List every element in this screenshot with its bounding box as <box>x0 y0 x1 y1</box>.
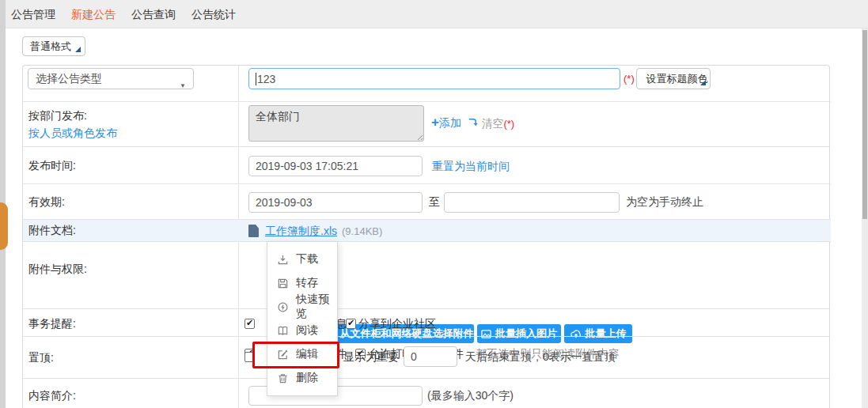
nav-tab-new[interactable]: 新建公告 <box>71 8 116 22</box>
title-input[interactable]: 123 <box>248 68 620 89</box>
validity-note: 为空为手动终止 <box>626 195 703 210</box>
download-icon <box>277 254 289 266</box>
title-color-button[interactable]: 设置标题颜色 <box>636 68 711 89</box>
attachment-file-link[interactable]: 工作簿制度.xls <box>265 225 337 239</box>
menu-item-save[interactable]: 转存 <box>267 271 337 295</box>
title-required-mark: (*) <box>624 73 635 85</box>
validity-end-input[interactable] <box>444 192 620 213</box>
nav-tab-query[interactable]: 公告查询 <box>131 8 176 22</box>
chevron-down-icon: ▼ <box>180 76 186 96</box>
validity-start-value: 2019-09-03 <box>256 196 313 209</box>
row-reminder: 事务提醒: 息 分享到企业社区 <box>23 309 831 337</box>
row-attachment: 附件文档: 工作簿制度.xls (9.14KB) <box>23 220 831 242</box>
dept-textarea-value: 全体部门 <box>256 110 300 123</box>
menu-item-read[interactable]: 阅读 <box>267 319 337 342</box>
row-pin: 置顶: 显示为重要 0 天后结束置顶，0表示一直置顶 <box>23 337 831 379</box>
reminder-label: 事务提醒: <box>28 317 76 331</box>
dept-label: 按部门发布: <box>28 109 87 123</box>
add-dept-link[interactable]: +添加 <box>431 115 461 130</box>
summary-note: (最多输入30个字) <box>427 389 514 403</box>
publish-time-label: 发布时间: <box>28 159 76 173</box>
preview-icon <box>277 301 289 313</box>
announcement-edit-page: 公告管理 新建公告 公告查询 公告统计 普通格式 选择公告类型 ▼ 123 (*… <box>0 0 868 408</box>
menu-item-edit[interactable]: 编辑 <box>267 342 337 366</box>
row-departments: 按部门发布: 按人员或角色发布 全体部门 +添加 清空(*) <box>23 102 831 147</box>
row-type-title: 选择公告类型 ▼ 123 (*) 设置标题颜色 <box>23 66 831 102</box>
validity-to-label: 至 <box>429 195 440 210</box>
publish-time-value: 2019-09-03 17:05:21 <box>256 160 358 172</box>
format-dropdown-label: 普通格式 <box>30 40 71 52</box>
announcement-type-value: 选择公告类型 <box>36 72 102 85</box>
validity-label: 有效期: <box>28 195 65 210</box>
menu-item-preview[interactable]: 快速预览 <box>267 295 337 319</box>
menu-item-save-label: 转存 <box>296 276 318 290</box>
permissions-label: 附件与权限: <box>28 263 87 277</box>
show-important-label: 显示为重要 <box>343 350 399 365</box>
pin-label: 置顶: <box>28 351 54 365</box>
corner-triangle-icon <box>75 47 81 52</box>
menu-item-delete-label: 删除 <box>296 371 318 385</box>
pin-days-input[interactable]: 0 <box>404 346 457 367</box>
pin-note: 天后结束置顶，0表示一直置顶 <box>465 350 616 365</box>
title-color-label: 设置标题颜色 <box>646 73 708 85</box>
clear-dept-link[interactable]: 清空(*) <box>468 116 514 131</box>
attachment-label: 附件文档: <box>28 224 76 238</box>
read-icon <box>277 325 289 337</box>
menu-item-delete[interactable]: 删除 <box>267 366 337 390</box>
menu-item-download-label: 下载 <box>296 252 318 266</box>
reset-time-link[interactable]: 重置为当前时间 <box>432 160 510 174</box>
resize-grip-icon[interactable] <box>415 133 423 140</box>
pin-days-value: 0 <box>411 350 417 363</box>
announcement-form: 选择公告类型 ▼ 123 (*) 设置标题颜色 按部门发布: 按人员或角色发布 … <box>22 65 830 408</box>
text-caret <box>256 73 256 85</box>
format-dropdown-button[interactable]: 普通格式 <box>22 36 85 56</box>
dept-required-mark: (*) <box>503 118 514 130</box>
share-community-checkbox[interactable] <box>346 319 356 329</box>
nav-tab-stats[interactable]: 公告统计 <box>191 8 236 22</box>
edit-icon <box>277 349 289 361</box>
menu-item-read-label: 阅读 <box>296 323 318 338</box>
side-float-tab[interactable] <box>0 202 8 250</box>
clear-dept-label: 清空 <box>481 117 503 130</box>
menu-item-preview-label: 快速预览 <box>296 293 337 321</box>
nav-tab-manage[interactable]: 公告管理 <box>11 8 55 22</box>
publish-by-people-link[interactable]: 按人员或角色发布 <box>28 127 117 141</box>
title-value: 123 <box>257 73 275 85</box>
share-community-label[interactable]: 分享到企业社区 <box>358 317 436 331</box>
save-icon <box>277 278 289 289</box>
menu-item-edit-label: 编辑 <box>296 347 318 361</box>
plus-icon: + <box>431 115 439 130</box>
row-publish-time: 发布时间: 2019-09-03 17:05:21 重置为当前时间 <box>23 147 831 184</box>
announcement-type-select[interactable]: 选择公告类型 ▼ <box>28 68 194 89</box>
validity-start-input[interactable]: 2019-09-03 <box>248 192 423 213</box>
file-icon <box>248 225 259 237</box>
row-permissions: 附件与权限: 从文件柜和网络硬盘选择附件 批量插入图片 批量上传 件 允许打印O… <box>23 242 831 309</box>
add-dept-label: 添加 <box>439 116 461 129</box>
dept-textarea[interactable]: 全体部门 <box>248 105 424 142</box>
clear-arrow-icon <box>468 117 478 127</box>
pin-checkbox[interactable] <box>244 352 255 362</box>
publish-time-input[interactable]: 2019-09-03 17:05:21 <box>248 156 423 176</box>
send-message-checkbox[interactable] <box>244 319 255 329</box>
attachment-file-size: (9.14KB) <box>342 225 382 237</box>
scrollbar-thumb[interactable] <box>862 30 867 219</box>
summary-label: 内容简介: <box>28 389 76 403</box>
menu-item-download[interactable]: 下载 <box>267 247 337 271</box>
delete-icon <box>277 372 289 384</box>
top-nav-bar: 公告管理 新建公告 公告查询 公告统计 <box>6 0 868 28</box>
attachment-context-menu: 下载 转存 快速预览 阅读 编辑 删除 <box>267 241 338 396</box>
row-validity: 有效期: 2019-09-03 至 为空为手动终止 <box>23 184 831 220</box>
row-summary: 内容简介: (最多输入30个字) <box>23 379 831 408</box>
